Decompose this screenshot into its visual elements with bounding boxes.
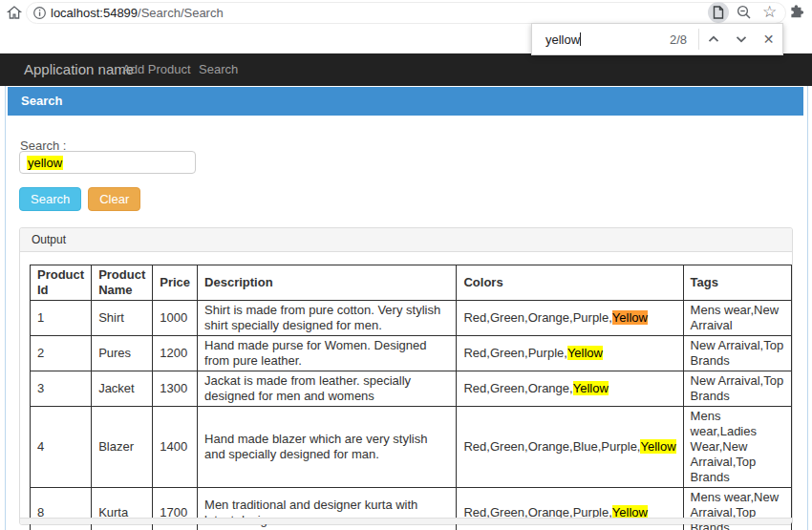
cell-price: 1000 [153,301,198,336]
cell-id: 2 [31,336,92,371]
reader-mode-icon[interactable] [708,2,729,23]
cell-colors: Red,Green,Orange,Purple,Yellow [457,301,683,336]
url-host: localhost:54899 [51,6,138,20]
bookmark-star-icon[interactable]: ☆ [762,2,777,23]
col-product-id: Product Id [31,265,92,301]
table-row: 1 Shirt 1000 Shirt is made from pure cot… [31,301,792,336]
find-close-button[interactable]: ✕ [755,32,782,47]
url-path: /Search/Search [138,6,224,20]
search-input[interactable]: yellow [19,151,196,174]
cell-tags: Mens wear,Ladies Wear,New Arraival,Top B… [683,407,791,488]
cell-name: Pures [92,336,153,371]
colors-text: Red,Green,Orange,Blue,Purple, [463,439,640,454]
cell-id: 1 [31,301,92,336]
cell-description: Shirt is made from pure cotton. Very sty… [198,301,457,336]
search-input-value: yellow [27,156,63,170]
nav-item-add-product[interactable]: Add Product [122,53,191,86]
table-row: 4 Blazer 1400 Hand made blazer which are… [31,407,792,488]
find-next-button[interactable] [727,35,755,43]
search-button[interactable]: Search [19,187,81,211]
col-colors: Colors [457,265,683,301]
page-frame-left [5,86,6,530]
cell-colors: Red,Green,Orange,Yellow [457,371,683,407]
col-tags: Tags [683,265,791,301]
find-query-text: yellow [545,32,580,47]
col-product-name: Product Name [92,265,153,301]
products-table: Product Id Product Name Price Descriptio… [30,265,792,530]
find-match-highlight: Yellow [612,310,648,325]
browser-toolbar: localhost:54899/Search/Search ☆ [0,0,812,26]
table-row: 3 Jacket 1300 Jackat is made from leathe… [31,371,792,407]
colors-text: Red,Green,Orange, [463,381,572,395]
table-header-row: Product Id Product Name Price Descriptio… [31,265,792,301]
find-input[interactable]: yellow [545,32,581,47]
cell-price: 1200 [153,336,198,371]
cell-tags: New Arraival,Top Brands [683,336,791,371]
extensions-icon[interactable] [788,4,804,24]
output-panel-footer [20,518,792,524]
cell-id: 3 [31,371,92,407]
colors-text: Red,Green,Purple, [463,346,566,360]
find-match-highlight: Yellow [567,346,603,360]
find-match-count: 2/8 [670,32,698,47]
url-text[interactable]: localhost:54899/Search/Search [51,6,224,20]
nav-item-search[interactable]: Search [199,53,238,86]
colors-text: Red,Green,Orange,Purple, [463,310,611,325]
cell-tags: Mens wear,New Arraival [683,301,791,336]
clear-button[interactable]: Clear [88,187,140,211]
find-previous-button[interactable] [699,35,727,43]
cell-name: Blazer [92,407,153,488]
app-brand[interactable]: Application name [24,53,134,86]
col-price: Price [153,265,198,301]
cell-tags: New Arraival,Top Brands [683,371,791,407]
cell-id: 4 [31,407,92,488]
cell-description: Hand made blazer which are very stylish … [198,407,457,488]
find-match-highlight: Yellow [640,439,675,454]
output-panel-title: Output [20,228,792,252]
cell-colors: Red,Green,Orange,Blue,Purple,Yellow [457,407,683,488]
form-buttons: Search Clear [19,187,140,211]
cell-colors: Red,Green,Purple,Yellow [457,336,683,371]
cell-description: Jackat is made from leather. specially d… [198,371,457,407]
cell-name: Shirt [92,301,153,336]
page-title: Search [8,87,803,116]
page-frame-right [807,86,808,530]
zoom-out-icon[interactable] [736,4,753,25]
output-panel: Output Product Id Product Name Price Des… [19,227,793,525]
table-row: 2 Pures 1200 Hand made purse for Women. … [31,336,792,371]
page-info-icon[interactable] [32,6,47,24]
cell-price: 1400 [153,407,198,488]
browser-window: localhost:54899/Search/Search ☆ ime Mach… [0,0,812,530]
text-caret [580,32,581,46]
find-match-highlight: Yellow [573,381,609,395]
col-description: Description [198,265,457,301]
find-bar: yellow 2/8 ✕ [531,23,783,55]
cell-price: 1300 [153,371,198,407]
cell-description: Hand made purse for Women. Designed from… [198,336,457,371]
home-icon[interactable] [6,4,23,25]
cell-name: Jacket [92,371,153,407]
app-navbar: Application name Add Product Search [0,53,812,86]
